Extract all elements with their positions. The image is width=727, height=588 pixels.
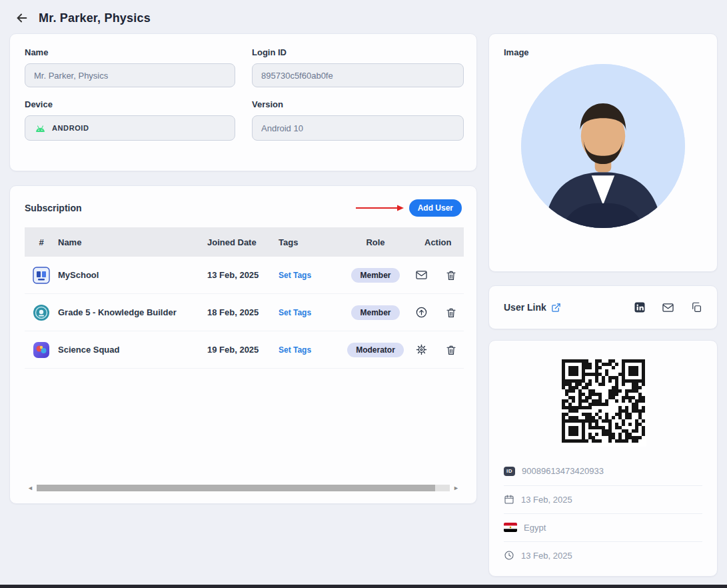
clock-icon [504, 550, 514, 561]
login-id-field-group: Login ID [252, 47, 464, 87]
scroll-right-arrow[interactable]: ► [453, 485, 459, 491]
linkedin-icon[interactable] [634, 301, 646, 313]
updated-date-row: 13 Feb, 2025 [504, 541, 702, 569]
role-badge: Member [351, 305, 399, 320]
promote-button[interactable] [415, 306, 428, 319]
user-detail-page: Mr. Parker, Physics Name Login ID Device [0, 0, 727, 588]
user-id-value: 90089613473420933 [522, 466, 604, 476]
version-field[interactable] [252, 115, 464, 141]
table-row: Science Squad 19 Feb, 2025 Set Tags Mode… [25, 331, 464, 369]
profile-form-card: Name Login ID Device [9, 33, 477, 171]
trash-icon [445, 307, 457, 319]
arrow-left-icon [15, 11, 29, 25]
device-field[interactable]: ANDROID [25, 115, 235, 141]
bottom-bar [0, 585, 727, 588]
egypt-flag-icon [504, 523, 517, 532]
user-link-title: User Link [504, 302, 546, 313]
row-name: MySchool [58, 270, 207, 280]
details-card: ID 90089613473420933 13 Feb, 2025 [488, 340, 718, 577]
table-row: Grade 5 - Knowledge Builder 18 Feb, 2025… [25, 294, 464, 331]
calendar-icon [504, 494, 514, 505]
delete-button[interactable] [445, 344, 457, 356]
name-field[interactable] [25, 63, 235, 87]
updated-date-value: 13 Feb, 2025 [521, 551, 572, 561]
set-tags-link[interactable]: Set Tags [279, 345, 311, 355]
science-squad-logo-icon [32, 341, 51, 359]
qr-code [560, 358, 646, 447]
column-header-num: # [25, 237, 58, 247]
red-annotation-arrow [356, 204, 404, 212]
gear-icon [415, 343, 428, 356]
set-tags-link[interactable]: Set Tags [279, 308, 311, 317]
grade5-logo-icon [32, 303, 51, 322]
trash-icon [445, 269, 457, 281]
trash-icon [445, 344, 457, 356]
row-joined-date: 19 Feb, 2025 [207, 345, 279, 355]
device-field-group: Device ANDROID [25, 99, 235, 141]
row-joined-date: 18 Feb, 2025 [207, 307, 279, 317]
manage-settings-button[interactable] [415, 343, 428, 356]
page-header: Mr. Parker, Physics [0, 0, 727, 33]
copy-icon[interactable] [690, 301, 702, 313]
row-joined-date: 13 Feb, 2025 [207, 270, 279, 280]
joined-date-value: 13 Feb, 2025 [521, 495, 572, 505]
image-label: Image [504, 47, 702, 57]
joined-date-row: 13 Feb, 2025 [504, 485, 702, 513]
device-label: Device [25, 99, 235, 109]
version-label: Version [252, 99, 464, 109]
version-field-group: Version [252, 99, 464, 141]
country-value: Egypt [524, 523, 546, 533]
column-header-tags: Tags [279, 237, 344, 247]
avatar [521, 64, 685, 228]
login-id-field[interactable] [252, 63, 464, 87]
column-header-role: Role [344, 237, 407, 247]
page-title: Mr. Parker, Physics [39, 11, 151, 25]
horizontal-scrollbar: ◄ ► [25, 485, 462, 491]
column-header-joined: Joined Date [207, 237, 279, 247]
scrollbar-thumb[interactable] [37, 485, 435, 491]
country-row: Egypt [504, 513, 702, 541]
subscription-table: # Name Joined Date Tags Role Action [25, 227, 464, 369]
column-header-name: Name [58, 237, 207, 247]
subscription-title: Subscription [25, 203, 82, 213]
table-row: MySchool 13 Feb, 2025 Set Tags Member [25, 257, 464, 294]
role-badge: Member [351, 268, 399, 283]
back-button[interactable] [13, 9, 31, 27]
column-header-action: Action [407, 237, 464, 247]
id-icon: ID [504, 467, 515, 476]
delete-button[interactable] [445, 269, 457, 281]
device-value: ANDROID [52, 124, 89, 132]
add-user-button[interactable]: Add User [409, 199, 462, 217]
table-header-row: # Name Joined Date Tags Role Action [25, 227, 464, 257]
row-name: Science Squad [58, 345, 207, 355]
user-id-row: ID 90089613473420933 [504, 457, 702, 485]
subscription-card: Subscription Add User # Name Joined Date… [9, 185, 477, 504]
scroll-left-arrow[interactable]: ◄ [27, 485, 33, 491]
name-label: Name [25, 47, 235, 57]
mail-icon[interactable] [662, 301, 674, 314]
role-badge: Moderator [347, 343, 404, 357]
scrollbar-track[interactable] [37, 485, 450, 491]
delete-button[interactable] [445, 307, 457, 319]
avatar-photo [521, 64, 685, 228]
image-card: Image [488, 33, 718, 272]
android-icon [34, 124, 47, 133]
mail-icon [415, 269, 428, 281]
name-field-group: Name [25, 47, 235, 87]
upload-circle-icon [415, 306, 428, 319]
user-link-card: User Link [488, 285, 718, 329]
external-link-icon[interactable] [551, 303, 561, 313]
login-id-label: Login ID [252, 47, 464, 57]
set-tags-link[interactable]: Set Tags [279, 271, 311, 280]
row-name: Grade 5 - Knowledge Builder [58, 307, 207, 317]
myschool-logo-icon [32, 266, 51, 285]
message-button[interactable] [415, 269, 428, 281]
